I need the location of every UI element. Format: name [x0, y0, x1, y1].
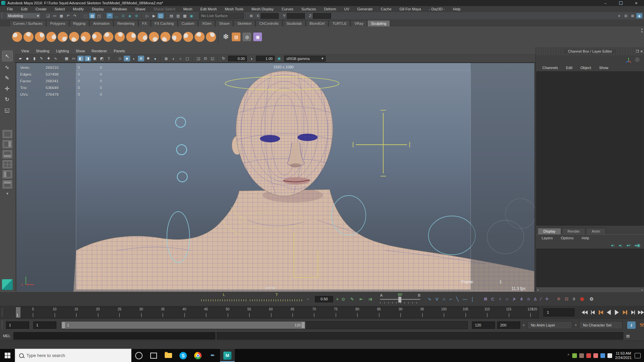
select-component-icon[interactable]: ◳: [96, 13, 102, 18]
move-tool[interactable]: ✛: [2, 83, 12, 94]
slider-handle[interactable]: [398, 297, 401, 303]
safe-action-icon[interactable]: ◩: [99, 56, 105, 61]
select-object-icon[interactable]: ▧: [89, 13, 95, 18]
select-tool[interactable]: ↖: [2, 51, 13, 61]
menu-g8-for-maya[interactable]: G8 For Maya: [396, 7, 425, 11]
shelf-tab-custom[interactable]: Custom: [178, 20, 198, 26]
menu-shave[interactable]: Shave: [131, 7, 149, 11]
motion-blur-icon[interactable]: ○: [177, 56, 183, 61]
decrement-button[interactable]: −: [307, 297, 309, 301]
layout-pane-top-split[interactable]: [3, 180, 12, 188]
range-slider[interactable]: 1 120: [61, 321, 468, 329]
animation-start-field[interactable]: 1: [6, 321, 29, 329]
taskbar-app-maya[interactable]: M: [220, 349, 235, 362]
snap-keys-icon[interactable]: ⊠: [484, 297, 487, 301]
tangent-step-icon[interactable]: ⌐: [449, 297, 452, 302]
go-to-start-button[interactable]: [582, 310, 588, 315]
menu-deform[interactable]: Deform: [320, 7, 340, 11]
shelf-tab-xgen[interactable]: XGen: [198, 20, 215, 26]
safe-title-icon[interactable]: T: [106, 56, 112, 61]
menu-select[interactable]: Select: [51, 7, 69, 11]
cortana-button[interactable]: [131, 349, 146, 362]
shelf-tab-polygons[interactable]: Polygons: [46, 20, 69, 26]
scroll-left-arrow[interactable]: ◂: [537, 288, 538, 291]
command-input[interactable]: [13, 332, 215, 340]
unify-tangent-icon[interactable]: ⋔: [520, 297, 523, 301]
animation-preferences-icon[interactable]: ⚙: [589, 296, 594, 302]
tangent-spline-icon[interactable]: ∿: [428, 297, 431, 302]
shelf-tab-rendering[interactable]: Rendering: [114, 20, 138, 26]
scroll-right-arrow[interactable]: ▸: [642, 288, 643, 291]
falloff-value-field[interactable]: 0.50: [315, 296, 333, 302]
prev-edit-icon[interactable]: ⇤: [359, 297, 363, 302]
y-input[interactable]: [287, 13, 305, 19]
playback-end-field[interactable]: 120: [472, 321, 495, 329]
record-button[interactable]: [580, 297, 584, 301]
lasso-tool[interactable]: ∿: [2, 62, 12, 72]
layout-single-pane[interactable]: [3, 130, 12, 138]
shelf-tab-skeleton[interactable]: Skeleton: [233, 20, 255, 26]
range-start-handle[interactable]: [62, 322, 65, 328]
menu-windows[interactable]: Windows: [108, 7, 131, 11]
ao-icon[interactable]: ◖: [170, 56, 176, 61]
input-field-icon[interactable]: ⊞: [248, 13, 254, 18]
sculpt-brush-icon-4[interactable]: [44, 30, 58, 44]
horizontal-scrollbar[interactable]: ◂ ▸: [536, 288, 644, 292]
layer-tab-render[interactable]: Render: [562, 228, 585, 234]
image-plane-icon[interactable]: ✎: [38, 56, 45, 61]
select-hierarchy-icon[interactable]: ⬚: [83, 13, 89, 18]
blend-slider[interactable]: A BF B: [380, 295, 420, 303]
menu-modify[interactable]: Modify: [69, 7, 87, 11]
snap-curve-icon[interactable]: ◡: [113, 13, 119, 18]
menu-curves[interactable]: Curves: [278, 7, 297, 11]
render-view-icon[interactable]: ◉: [189, 13, 195, 18]
input-ops-icon[interactable]: ▷: [144, 13, 150, 18]
shelf-tab-blondgirl[interactable]: BlondGirl: [306, 20, 328, 26]
menu-edit-mesh[interactable]: Edit Mesh: [197, 7, 220, 11]
shelf-tab-shave[interactable]: Shave: [215, 20, 233, 26]
sculpt-panel-icon[interactable]: ▤: [232, 33, 240, 41]
drag-handle[interactable]: [1, 308, 3, 317]
snap-grid-icon[interactable]: ◠: [107, 13, 113, 18]
bookmark-icon[interactable]: ▮: [31, 56, 38, 61]
layer-tab-display[interactable]: Display: [538, 228, 561, 234]
drag-handle[interactable]: [1, 13, 3, 19]
break-tangent-icon[interactable]: ⊁: [513, 297, 516, 301]
shelf-tab-studiolab[interactable]: Studiolab: [283, 20, 306, 26]
free-weight-icon[interactable]: ⍾: [527, 297, 530, 301]
lighting-icon[interactable]: ●: [152, 56, 158, 61]
close-button[interactable]: ✕: [629, 0, 644, 6]
channel-box-menu-show[interactable]: Show: [596, 66, 612, 70]
camera-attrs-icon[interactable]: ◆: [24, 56, 31, 61]
tray-icon-2[interactable]: [579, 353, 584, 358]
menu-edit[interactable]: Edit: [17, 7, 31, 11]
go-to-end-button[interactable]: [638, 310, 644, 315]
menu-generate[interactable]: Generate: [354, 7, 376, 11]
isolate-select-icon[interactable]: ◲: [195, 56, 202, 61]
time-slider[interactable]: 1 120 5101520253035404550556065707580859…: [15, 307, 539, 318]
film-gate-icon[interactable]: ▭: [70, 56, 77, 61]
chevron-down-icon[interactable]: ▾: [575, 323, 577, 327]
tangent-auto-icon[interactable]: ⌠: [471, 297, 474, 302]
menu-shave-select[interactable]: Shave Select: [150, 7, 179, 11]
channel-list[interactable]: [536, 71, 644, 226]
colorspace-dropdown[interactable]: sRGB gamma ▾: [284, 56, 326, 62]
viewport-menu-panels[interactable]: Panels: [111, 49, 128, 53]
tangent-clamped-icon[interactable]: ∩: [442, 297, 445, 302]
playblast-icon[interactable]: ⊡: [565, 297, 568, 301]
z-input[interactable]: [313, 13, 331, 19]
attribute-editor-icon[interactable]: ⊟: [623, 13, 629, 18]
sculpt-brush-icon-5[interactable]: [57, 31, 68, 43]
colorspace-icon[interactable]: ◉: [276, 56, 282, 61]
sculpt-brush-icon-10[interactable]: [113, 30, 126, 44]
playhead[interactable]: 1: [16, 307, 20, 318]
wireframe-icon[interactable]: ◇: [117, 56, 123, 61]
shelf-tab-fx-caching[interactable]: FX Caching: [151, 20, 177, 26]
shelf-overflow-arrows[interactable]: ▴▾: [641, 27, 643, 34]
menu-cache[interactable]: Cache: [377, 7, 395, 11]
magnet-icon[interactable]: ∩: [506, 297, 509, 301]
menu-daz3d[interactable]: - Daz3D -: [425, 7, 448, 11]
shelf-tab-sculpting[interactable]: Sculpting: [367, 20, 390, 26]
viewport-menu-view[interactable]: View: [18, 49, 32, 53]
action-center-icon[interactable]: [635, 353, 641, 358]
